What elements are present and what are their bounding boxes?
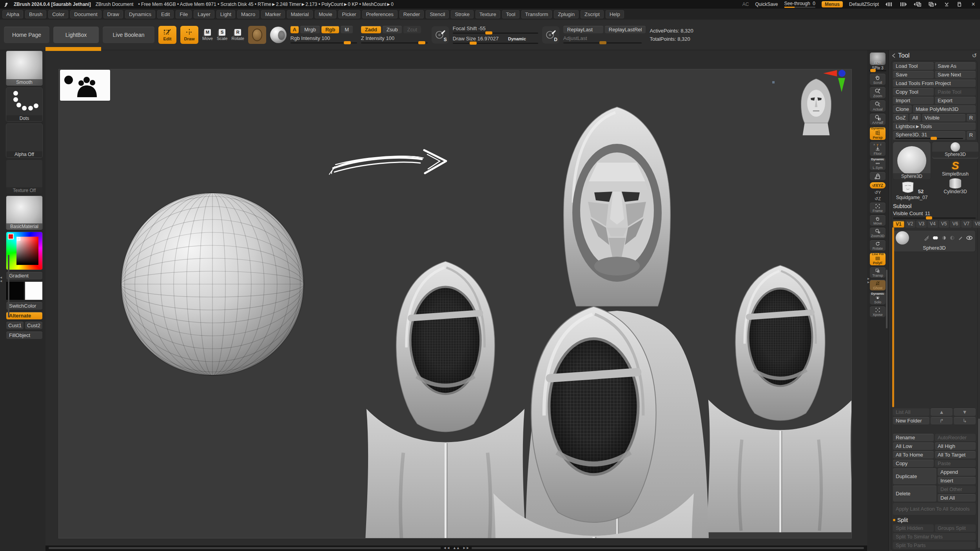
export-button[interactable]: Export (935, 97, 976, 104)
bpr-render-button[interactable]: BPR (870, 53, 886, 65)
z-intensity-slider[interactable]: Z Intensity 100 (361, 35, 428, 44)
shading-half-icon[interactable] (949, 235, 955, 241)
stroke-curve-s-button[interactable]: S (432, 26, 449, 44)
replay-last-button[interactable]: ReplayLast (563, 26, 603, 33)
current-brush-preview[interactable] (248, 26, 266, 44)
switchcolor-button[interactable]: SwitchColor (6, 302, 42, 310)
menu-draw[interactable]: Draw (103, 10, 123, 18)
menu-material[interactable]: Material (287, 10, 313, 18)
floor-button[interactable]: x y z Floor (870, 142, 886, 156)
sculpt-brush-icon[interactable] (924, 235, 929, 241)
current-brush-thumbnail[interactable]: Smooth (6, 51, 42, 85)
sculpt-scene[interactable] (59, 69, 851, 538)
saturation-square[interactable] (16, 237, 38, 265)
zoom-button[interactable]: Zoom (870, 87, 886, 98)
spix-slider[interactable]: SPix 3 (869, 66, 886, 71)
edit-mode-button[interactable]: Edit (158, 26, 176, 44)
split-hidden-button[interactable]: Split Hidden (893, 524, 934, 532)
menu-texture[interactable]: Texture (475, 10, 500, 18)
menu-dynamics[interactable]: Dynamics (125, 10, 155, 18)
tool-sphere3d-recent[interactable]: Sphere3D (932, 142, 978, 159)
scroll-button[interactable]: Scroll (870, 74, 886, 85)
canvas-scroll-center-widget[interactable]: ◄◄ ▲▲ ►► (441, 546, 472, 551)
all-low-button[interactable]: All Low (893, 442, 934, 450)
current-material-thumbnail[interactable]: BasicMaterial (6, 196, 42, 230)
replay-last-rel-button[interactable]: ReplayLastRel (605, 26, 646, 33)
del-other-button[interactable]: Del Other (938, 486, 976, 493)
tool-r-button[interactable]: R (967, 131, 976, 140)
subtool-scrollbar[interactable] (892, 227, 894, 407)
tab-v5[interactable]: V5 (939, 221, 949, 228)
draw-size-dynamic-toggle[interactable]: Dynamic (508, 36, 526, 41)
subtool-section-title[interactable]: Subtool (893, 203, 976, 209)
tab-v2[interactable]: V2 (905, 221, 916, 228)
zsub-toggle[interactable]: Zsub (383, 26, 402, 33)
rotate-canvas-button[interactable]: Rotate (870, 240, 886, 251)
rotate-z-button[interactable]: ↺Z (875, 196, 881, 201)
tab-v1[interactable]: V1 (893, 221, 904, 228)
move-mode-button[interactable]: M Move (202, 29, 213, 41)
canvas-area[interactable]: ◄◄ ▲▲ ►► (45, 50, 867, 551)
save-as-button[interactable]: Save As (935, 62, 976, 70)
persp-button[interactable]: Dynamic Persp (870, 127, 886, 140)
menu-zplugin[interactable]: Zplugin (554, 10, 579, 18)
pen-icon[interactable] (958, 235, 963, 241)
tool-palette-scrollbar[interactable] (978, 419, 980, 548)
subtool-list-area[interactable] (893, 253, 976, 407)
split-to-parts-button[interactable]: Split To Parts (893, 542, 976, 549)
polypaint-on-icon[interactable] (932, 235, 938, 241)
scale-mode-button[interactable]: S Scale (217, 29, 228, 41)
next-layout-icon[interactable] (928, 2, 937, 7)
move-out-folder-button[interactable]: ↱ (931, 417, 953, 424)
menu-render[interactable]: Render (399, 10, 424, 18)
save-next-button[interactable]: Save Next (935, 71, 976, 78)
menu-edit[interactable]: Edit (157, 10, 174, 18)
cust2-button[interactable]: Cust2 (25, 322, 42, 329)
goz-button[interactable]: GoZ (893, 114, 908, 121)
left-tray-collapse-handle[interactable]: ◂◂ (0, 276, 2, 283)
all-to-target-button[interactable]: All To Target (935, 451, 976, 459)
rgb-toggle[interactable]: Rgb (321, 26, 339, 33)
menu-preferences[interactable]: Preferences (362, 10, 397, 18)
zadd-toggle[interactable]: Zadd (361, 26, 381, 33)
see-through-slider[interactable]: See-through 0 (784, 1, 815, 8)
copy-tool-button[interactable]: Copy Tool (893, 88, 934, 96)
minimize-button[interactable] (943, 1, 950, 7)
material-half-icon[interactable] (941, 235, 947, 241)
alternate-button[interactable]: Alternate (6, 312, 42, 319)
menu-file[interactable]: File (176, 10, 192, 18)
menu-document[interactable]: Document (70, 10, 101, 18)
tool-cylinder3d[interactable]: Cylinder3D (932, 178, 978, 194)
visibility-eye-icon[interactable] (966, 235, 973, 241)
menu-transform[interactable]: Transform (521, 10, 552, 18)
rename-button[interactable]: Rename (893, 434, 934, 441)
lock-camera-button[interactable] (870, 172, 886, 180)
quicksave-button[interactable]: QuickSave (755, 2, 778, 7)
menu-light[interactable]: Light (216, 10, 235, 18)
left-tray-scrollbar[interactable] (8, 255, 9, 317)
visible-count-slider[interactable]: Visible Count 11 (893, 210, 976, 216)
menu-picker[interactable]: Picker (338, 10, 360, 18)
zoom3d-button[interactable]: Zoom3D (870, 228, 886, 238)
default-zscript-button[interactable]: DefaultZScript (849, 2, 879, 7)
split-section-header[interactable]: Split (893, 517, 976, 523)
sphere3d-mesh[interactable] (121, 193, 304, 375)
palette-reset-icon[interactable]: ↺ (972, 52, 977, 59)
menu-layer[interactable]: Layer (194, 10, 214, 18)
menu-alpha[interactable]: Alpha (2, 10, 23, 18)
menu-macro[interactable]: Macro (237, 10, 259, 18)
current-alpha-thumbnail[interactable]: Alpha Off (6, 124, 42, 158)
tab-v8[interactable]: V8 (973, 221, 980, 228)
right-tray-collapse-handle[interactable]: ▸▸ (867, 277, 869, 284)
rgb-intensity-slider[interactable]: Rgb Intensity 100 (290, 35, 357, 44)
m-toggle[interactable]: M (341, 26, 353, 33)
actual-button[interactable]: 1 Actual (870, 100, 886, 112)
new-folder-button[interactable]: New Folder (893, 417, 929, 424)
delete-button[interactable]: Delete (893, 486, 936, 502)
rotate-xyz-button[interactable]: ↺XYZ (870, 182, 886, 188)
menu-zscript[interactable]: Zscript (581, 10, 604, 18)
rotate-y-button[interactable]: ↺Y (875, 190, 881, 195)
goz-r-button[interactable]: R (967, 114, 976, 121)
transparency-button[interactable]: Transp (870, 267, 886, 278)
menu-brush[interactable]: Brush (25, 10, 46, 18)
